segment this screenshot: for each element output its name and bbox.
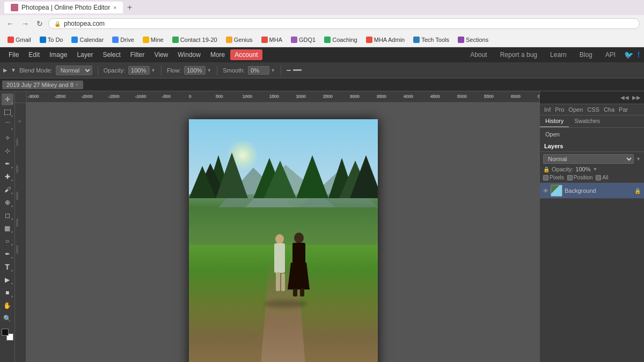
crop-tool[interactable]: ⊹ <box>2 145 13 157</box>
stamp-tool[interactable]: ⊕ ▾ <box>2 197 13 208</box>
menu-api[interactable]: API <box>601 49 620 60</box>
lasso-tool[interactable]: ⌒ ▾ <box>2 119 13 131</box>
bookmark-calendar[interactable]: Calendar <box>68 35 107 44</box>
healing-tool[interactable]: ✚ ▾ <box>2 171 13 183</box>
menu-report-bug[interactable]: Report a bug <box>496 49 541 60</box>
flow-arrow[interactable]: ▼ <box>207 68 211 73</box>
back-button[interactable]: ← <box>4 18 16 29</box>
smooth-input[interactable] <box>248 66 269 75</box>
menu-about[interactable]: About <box>466 49 491 60</box>
layers-cb-all[interactable]: All <box>596 175 608 180</box>
doc-tab-close[interactable]: × <box>76 82 79 88</box>
foreground-color-swatch[interactable] <box>2 329 9 336</box>
svg-rect-53 <box>276 272 280 291</box>
menu-select[interactable]: Select <box>98 49 125 60</box>
menu-learn[interactable]: Learn <box>546 49 571 60</box>
menu-window[interactable]: Window <box>173 49 205 60</box>
menu-account[interactable]: Account <box>230 49 262 60</box>
tool-options-arrow[interactable]: ▶ <box>3 67 8 73</box>
path-selection-tool[interactable]: ▶ ▾ <box>2 274 13 286</box>
bookmark-label-coaching: Coaching <box>332 37 357 43</box>
new-tab-button[interactable]: + <box>127 3 132 12</box>
layers-cb-position[interactable]: Position <box>567 175 593 180</box>
document-tab[interactable]: 2019 July 27 Mikey and 8 × <box>2 81 83 89</box>
zoom-tool[interactable]: 🔍 <box>2 313 13 324</box>
cb-position-box <box>567 175 573 180</box>
info-open[interactable]: Open <box>568 106 583 113</box>
info-cha[interactable]: Cha <box>604 106 614 113</box>
bookmark-gdq1[interactable]: GDQ1 <box>288 35 319 44</box>
layers-blend-arrow: ▼ <box>636 156 641 162</box>
flow-label: Flow: <box>167 67 181 74</box>
move-tool[interactable]: ✛ ▾ <box>2 93 13 105</box>
opacity-arrow[interactable]: ▼ <box>151 68 156 73</box>
history-tab[interactable]: History <box>540 115 569 127</box>
tool-options-arrow2[interactable]: ▼ <box>11 67 16 73</box>
layers-lock-icon[interactable]: 🔒 <box>543 166 550 172</box>
refresh-button[interactable]: ↻ <box>34 18 45 29</box>
pen-tool[interactable]: ✒ ▾ <box>2 248 13 260</box>
bookmark-gmail[interactable]: Gmail <box>4 35 34 44</box>
opacity-input[interactable] <box>128 66 150 75</box>
layers-cb-pixels[interactable]: Pixels <box>543 175 564 180</box>
menu-file[interactable]: File <box>4 49 23 60</box>
menu-image[interactable]: Image <box>45 49 71 60</box>
svg-text:0: 0 <box>16 170 18 173</box>
panel-expand-right[interactable]: ▶▶ <box>632 95 641 100</box>
tab-close-btn[interactable]: × <box>113 5 116 11</box>
shape-tool[interactable]: ■ ▾ <box>2 287 13 299</box>
layers-checkboxes: Pixels Position All <box>543 175 641 180</box>
panel-collapse-left[interactable]: ◀◀ <box>620 95 629 100</box>
info-css[interactable]: CSS <box>587 106 599 113</box>
marquee-tool[interactable]: ▾ <box>2 106 13 118</box>
bookmark-mine[interactable]: Mine <box>140 35 167 44</box>
bookmark-mha[interactable]: MHA <box>258 35 286 44</box>
eyedropper-corner: ▾ <box>11 165 13 169</box>
text-tool[interactable]: T ▾ <box>2 261 13 273</box>
layers-blend-select[interactable]: Normal Multiply Screen <box>543 154 634 164</box>
swatches-tab[interactable]: Swatches <box>569 115 605 127</box>
layers-opacity-arrow[interactable]: ▼ <box>593 166 598 172</box>
address-input[interactable]: 🔒 photopea.com <box>48 18 640 29</box>
flow-input[interactable] <box>184 66 206 75</box>
svg-text:6500: 6500 <box>538 94 539 99</box>
bookmark-sections[interactable]: Sections <box>455 35 492 44</box>
history-item-open[interactable]: Open <box>542 130 642 139</box>
info-inf[interactable]: Inf <box>544 106 551 113</box>
menu-layer[interactable]: Layer <box>72 49 97 60</box>
brush-tool[interactable]: 🖌 ▾ <box>2 184 13 196</box>
menu-more[interactable]: More <box>206 49 229 60</box>
hand-tool[interactable]: ✋ <box>2 300 13 312</box>
menu-filter[interactable]: Filter <box>126 49 149 60</box>
bookmark-mha-admin[interactable]: MHA Admin <box>363 35 408 44</box>
gradient-tool[interactable]: ▦ ▾ <box>2 222 13 234</box>
menu-blog[interactable]: Blog <box>575 49 597 60</box>
layer-row-background[interactable]: 👁 Background 🔒 <box>540 183 644 199</box>
layer-visibility-eye[interactable]: 👁 <box>543 188 548 194</box>
twitter-icon: 🐦 <box>624 50 633 59</box>
magic-wand-tool[interactable]: ✧ <box>2 132 13 144</box>
browser-tab[interactable]: Photopea | Online Photo Editor × <box>4 2 123 13</box>
bookmark-tech-tools[interactable]: Tech Tools <box>410 35 452 44</box>
dodge-tool[interactable]: ○ ▾ <box>2 235 13 247</box>
canvas-area[interactable]: -3000 -2500 -2000 -1500 -1000 -500 0 500… <box>15 91 539 362</box>
menu-view[interactable]: View <box>150 49 172 60</box>
canvas-content[interactable] <box>27 103 539 362</box>
bookmark-todo[interactable]: To Do <box>36 35 67 44</box>
eyedropper-tool[interactable]: ✒ ▾ <box>2 158 13 170</box>
svg-text:0: 0 <box>16 197 18 200</box>
bookmark-drive[interactable]: Drive <box>109 35 137 44</box>
info-par[interactable]: Par <box>619 106 628 113</box>
menu-edit[interactable]: Edit <box>24 49 44 60</box>
bookmark-coaching[interactable]: Coaching <box>321 35 360 44</box>
smooth-arrow[interactable]: ▼ <box>270 68 275 73</box>
forward-button[interactable]: → <box>19 18 31 29</box>
brush-corner: ▾ <box>11 191 13 195</box>
bookmark-genius[interactable]: Genius <box>223 35 256 44</box>
app-toolbar: ▶ ▼ Blend Mode: Normal Multiply Screen O… <box>0 62 644 78</box>
eraser-tool[interactable]: ◻ ▾ <box>2 209 13 221</box>
info-pro[interactable]: Pro <box>555 106 564 113</box>
blend-mode-select[interactable]: Normal Multiply Screen Overlay <box>56 66 92 75</box>
bookmark-contact[interactable]: Contact 19-20 <box>169 35 221 44</box>
color-swatch-area <box>2 329 13 341</box>
